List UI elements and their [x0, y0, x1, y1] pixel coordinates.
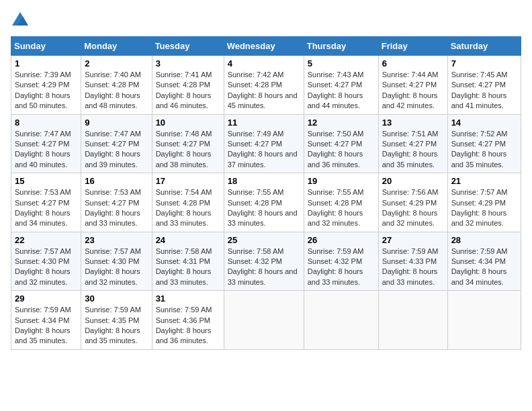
day-cell: 18 Sunrise: 7:55 AMSunset: 4:28 PMDaylig… — [224, 173, 304, 232]
day-info: Sunrise: 7:53 AMSunset: 4:27 PMDaylight:… — [15, 188, 71, 227]
day-info: Sunrise: 7:59 AMSunset: 4:33 PMDaylight:… — [382, 247, 439, 286]
day-info: Sunrise: 7:55 AMSunset: 4:28 PMDaylight:… — [228, 188, 298, 227]
day-info: Sunrise: 7:58 AMSunset: 4:31 PMDaylight:… — [156, 247, 212, 286]
day-cell: 30 Sunrise: 7:59 AMSunset: 4:35 PMDaylig… — [81, 291, 152, 350]
day-cell: 20 Sunrise: 7:56 AMSunset: 4:29 PMDaylig… — [378, 173, 447, 232]
day-number: 7 — [451, 58, 517, 68]
day-info: Sunrise: 7:45 AMSunset: 4:27 PMDaylight:… — [451, 71, 508, 109]
day-cell: 2 Sunrise: 7:40 AMSunset: 4:28 PMDayligh… — [81, 56, 152, 115]
day-cell: 11 Sunrise: 7:49 AMSunset: 4:27 PMDaylig… — [224, 114, 304, 173]
day-number: 11 — [228, 118, 300, 128]
day-number: 10 — [156, 118, 220, 128]
day-cell: 15 Sunrise: 7:53 AMSunset: 4:27 PMDaylig… — [11, 173, 81, 232]
logo — [11, 11, 32, 30]
day-info: Sunrise: 7:48 AMSunset: 4:27 PMDaylight:… — [156, 130, 212, 169]
day-info: Sunrise: 7:47 AMSunset: 4:27 PMDaylight:… — [15, 130, 71, 169]
day-number: 21 — [451, 176, 517, 186]
column-header-monday: Monday — [81, 37, 152, 56]
day-info: Sunrise: 7:40 AMSunset: 4:28 PMDaylight:… — [85, 71, 141, 109]
column-header-saturday: Saturday — [447, 37, 521, 56]
day-cell: 24 Sunrise: 7:58 AMSunset: 4:31 PMDaylig… — [152, 232, 224, 291]
day-number: 9 — [85, 118, 148, 128]
day-cell: 27 Sunrise: 7:59 AMSunset: 4:33 PMDaylig… — [378, 232, 447, 291]
day-number: 20 — [382, 176, 444, 186]
day-number: 19 — [308, 176, 375, 186]
day-cell: 13 Sunrise: 7:51 AMSunset: 4:27 PMDaylig… — [378, 114, 447, 173]
day-cell: 22 Sunrise: 7:57 AMSunset: 4:30 PMDaylig… — [11, 232, 81, 291]
day-cell: 17 Sunrise: 7:54 AMSunset: 4:28 PMDaylig… — [152, 173, 224, 232]
column-header-thursday: Thursday — [304, 37, 378, 56]
day-number: 12 — [308, 118, 375, 128]
day-info: Sunrise: 7:50 AMSunset: 4:27 PMDaylight:… — [308, 130, 364, 169]
week-row-4: 22 Sunrise: 7:57 AMSunset: 4:30 PMDaylig… — [11, 232, 521, 291]
day-info: Sunrise: 7:52 AMSunset: 4:27 PMDaylight:… — [451, 130, 508, 169]
day-cell: 9 Sunrise: 7:47 AMSunset: 4:27 PMDayligh… — [81, 114, 152, 173]
day-cell: 28 Sunrise: 7:59 AMSunset: 4:34 PMDaylig… — [447, 232, 521, 291]
day-cell: 1 Sunrise: 7:39 AMSunset: 4:29 PMDayligh… — [11, 56, 81, 115]
day-number: 16 — [85, 176, 148, 186]
day-number: 4 — [228, 58, 300, 68]
day-number: 28 — [451, 235, 517, 245]
day-cell: 7 Sunrise: 7:45 AMSunset: 4:27 PMDayligh… — [447, 56, 521, 115]
day-cell — [224, 291, 304, 350]
day-number: 29 — [15, 293, 77, 304]
day-number: 27 — [382, 235, 444, 245]
day-number: 31 — [156, 293, 220, 304]
day-info: Sunrise: 7:59 AMSunset: 4:35 PMDaylight:… — [85, 306, 141, 345]
day-info: Sunrise: 7:59 AMSunset: 4:34 PMDaylight:… — [15, 306, 71, 345]
day-info: Sunrise: 7:49 AMSunset: 4:27 PMDaylight:… — [228, 130, 298, 169]
day-info: Sunrise: 7:57 AMSunset: 4:30 PMDaylight:… — [15, 247, 71, 286]
column-header-wednesday: Wednesday — [224, 37, 304, 56]
day-info: Sunrise: 7:53 AMSunset: 4:27 PMDaylight:… — [85, 188, 141, 227]
day-cell: 10 Sunrise: 7:48 AMSunset: 4:27 PMDaylig… — [152, 114, 224, 173]
day-number: 14 — [451, 118, 517, 128]
day-info: Sunrise: 7:57 AMSunset: 4:30 PMDaylight:… — [85, 247, 141, 286]
day-cell: 23 Sunrise: 7:57 AMSunset: 4:30 PMDaylig… — [81, 232, 152, 291]
day-cell: 14 Sunrise: 7:52 AMSunset: 4:27 PMDaylig… — [447, 114, 521, 173]
day-info: Sunrise: 7:58 AMSunset: 4:32 PMDaylight:… — [228, 247, 298, 286]
day-number: 15 — [15, 176, 77, 186]
week-row-2: 8 Sunrise: 7:47 AMSunset: 4:27 PMDayligh… — [11, 114, 521, 173]
day-cell: 8 Sunrise: 7:47 AMSunset: 4:27 PMDayligh… — [11, 114, 81, 173]
day-cell — [447, 291, 521, 350]
header-row: SundayMondayTuesdayWednesdayThursdayFrid… — [11, 37, 521, 56]
day-cell: 21 Sunrise: 7:57 AMSunset: 4:29 PMDaylig… — [447, 173, 521, 232]
day-info: Sunrise: 7:59 AMSunset: 4:36 PMDaylight:… — [156, 306, 212, 345]
day-number: 8 — [15, 118, 77, 128]
day-cell — [378, 291, 447, 350]
day-cell: 6 Sunrise: 7:44 AMSunset: 4:27 PMDayligh… — [378, 56, 447, 115]
day-info: Sunrise: 7:51 AMSunset: 4:27 PMDaylight:… — [382, 130, 439, 169]
day-number: 22 — [15, 235, 77, 245]
day-info: Sunrise: 7:56 AMSunset: 4:29 PMDaylight:… — [382, 188, 439, 227]
day-number: 6 — [382, 58, 444, 68]
day-cell — [304, 291, 378, 350]
day-cell: 12 Sunrise: 7:50 AMSunset: 4:27 PMDaylig… — [304, 114, 378, 173]
column-header-friday: Friday — [378, 37, 447, 56]
day-info: Sunrise: 7:57 AMSunset: 4:29 PMDaylight:… — [451, 188, 508, 227]
day-cell: 26 Sunrise: 7:59 AMSunset: 4:32 PMDaylig… — [304, 232, 378, 291]
day-info: Sunrise: 7:59 AMSunset: 4:32 PMDaylight:… — [308, 247, 364, 286]
day-info: Sunrise: 7:39 AMSunset: 4:29 PMDaylight:… — [15, 71, 71, 109]
day-info: Sunrise: 7:55 AMSunset: 4:28 PMDaylight:… — [308, 188, 364, 227]
day-cell: 4 Sunrise: 7:42 AMSunset: 4:28 PMDayligh… — [224, 56, 304, 115]
day-number: 3 — [156, 58, 220, 68]
day-number: 24 — [156, 235, 220, 245]
day-cell: 16 Sunrise: 7:53 AMSunset: 4:27 PMDaylig… — [81, 173, 152, 232]
day-info: Sunrise: 7:41 AMSunset: 4:28 PMDaylight:… — [156, 71, 212, 109]
day-cell: 3 Sunrise: 7:41 AMSunset: 4:28 PMDayligh… — [152, 56, 224, 115]
day-info: Sunrise: 7:44 AMSunset: 4:27 PMDaylight:… — [382, 71, 439, 109]
day-cell: 5 Sunrise: 7:43 AMSunset: 4:27 PMDayligh… — [304, 56, 378, 115]
day-info: Sunrise: 7:59 AMSunset: 4:34 PMDaylight:… — [451, 247, 508, 286]
page-header — [11, 11, 521, 30]
day-number: 26 — [308, 235, 375, 245]
day-number: 2 — [85, 58, 148, 68]
calendar-table: SundayMondayTuesdayWednesdayThursdayFrid… — [11, 36, 521, 350]
day-number: 5 — [308, 58, 375, 68]
column-header-sunday: Sunday — [11, 37, 81, 56]
day-info: Sunrise: 7:54 AMSunset: 4:28 PMDaylight:… — [156, 188, 212, 227]
day-number: 30 — [85, 293, 148, 304]
day-number: 23 — [85, 235, 148, 245]
day-info: Sunrise: 7:47 AMSunset: 4:27 PMDaylight:… — [85, 130, 141, 169]
week-row-3: 15 Sunrise: 7:53 AMSunset: 4:27 PMDaylig… — [11, 173, 521, 232]
day-cell: 31 Sunrise: 7:59 AMSunset: 4:36 PMDaylig… — [152, 291, 224, 350]
